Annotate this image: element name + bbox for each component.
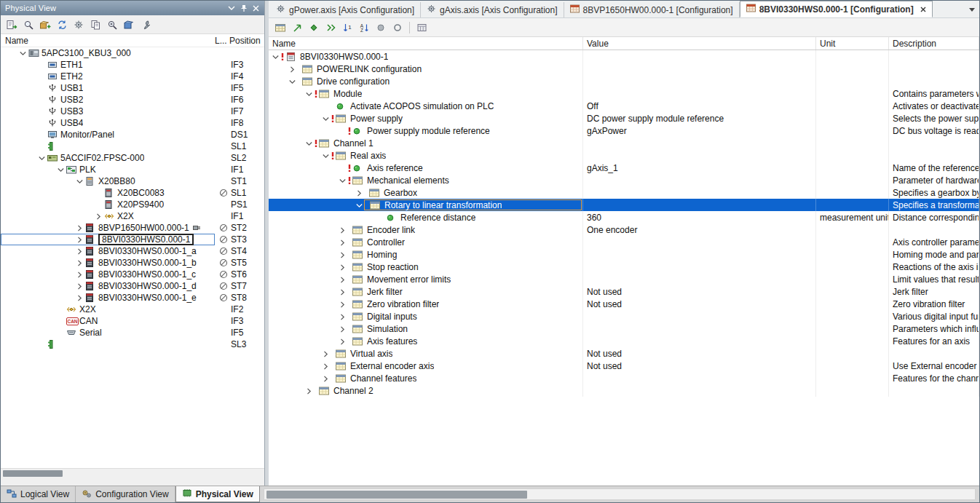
collapse-icon[interactable] xyxy=(337,174,347,186)
config-row[interactable]: ModuleContains parameters wh... xyxy=(269,87,979,100)
expand-icon[interactable] xyxy=(337,335,347,347)
config-row[interactable]: Mechanical elementsParameter of hardware… xyxy=(269,174,979,186)
value-cell[interactable]: DC power supply module reference xyxy=(583,112,816,124)
expand-icon[interactable] xyxy=(74,269,85,280)
window-menu-icon[interactable] xyxy=(225,3,237,14)
scrollbar-thumb[interactable] xyxy=(266,491,527,499)
expand-icon[interactable] xyxy=(74,234,85,245)
export-table-icon[interactable] xyxy=(414,20,429,35)
config-row[interactable]: Axis referencegAxis_1Name of the referen… xyxy=(269,162,979,174)
config-row[interactable]: Stop reactionReactions of the axis in ..… xyxy=(269,261,979,273)
editor-horizontal-scrollbar[interactable] xyxy=(264,488,976,500)
zoom-icon[interactable] xyxy=(105,17,119,32)
config-row[interactable]: Channel 2 xyxy=(269,384,979,397)
view-tab-logical-view[interactable]: Logical View xyxy=(1,486,76,502)
tools-icon[interactable] xyxy=(138,17,153,32)
config-row[interactable]: ControllerAxis controller paramete... xyxy=(269,236,979,248)
device-row[interactable]: PLKIF1 xyxy=(1,164,264,175)
replace-hardware-icon[interactable] xyxy=(55,17,69,32)
copy-icon[interactable] xyxy=(88,17,103,32)
add-hardware-icon[interactable] xyxy=(38,17,52,32)
config-row[interactable]: Real axis xyxy=(269,149,979,162)
sort-number-icon[interactable]: 1 xyxy=(340,20,355,35)
expand-icon[interactable] xyxy=(337,248,347,261)
config-row[interactable]: Encoder linkOne encoder xyxy=(269,223,979,236)
config-row[interactable]: Channel featuresFeatures for the channe.… xyxy=(269,372,979,384)
editor-tab[interactable]: 8BVI0330HWS0.000-1 [Configuration] xyxy=(740,1,933,17)
collapse-icon[interactable] xyxy=(304,137,314,149)
config-row[interactable]: Drive configuration xyxy=(269,75,979,87)
collapse-icon[interactable] xyxy=(17,47,28,59)
pin-icon[interactable] xyxy=(237,3,250,14)
device-row[interactable]: USB1IF5 xyxy=(1,82,264,94)
device-row[interactable]: USB2IF6 xyxy=(1,94,264,106)
config-row[interactable]: POWERLINK configuration xyxy=(269,63,979,75)
value-cell[interactable] xyxy=(583,273,816,285)
panel-titlebar[interactable]: Physical View xyxy=(1,1,264,15)
column-header-value[interactable]: Value xyxy=(583,37,816,49)
search-hardware-icon[interactable] xyxy=(21,17,36,32)
value-cell[interactable] xyxy=(583,322,816,335)
compare-icon[interactable] xyxy=(307,20,321,35)
settings-icon[interactable] xyxy=(71,17,86,32)
expand-icon[interactable] xyxy=(337,310,347,322)
column-header-unit[interactable]: Unit xyxy=(816,37,889,49)
device-row[interactable]: 8BVI0330HWS0.000-1_aST4 xyxy=(1,245,264,257)
value-cell[interactable] xyxy=(583,335,816,347)
value-cell[interactable] xyxy=(583,50,816,63)
device-row[interactable]: 8BVI0330HWS0.000-1_bST5 xyxy=(1,257,264,269)
expand-icon[interactable] xyxy=(320,347,331,360)
view-tab-physical-view[interactable]: Physical View xyxy=(175,486,260,502)
config-row[interactable]: 8BVI0330HWS0.000-1 xyxy=(269,50,979,63)
column-header-name[interactable]: Name xyxy=(269,37,583,49)
value-cell[interactable] xyxy=(583,310,816,322)
device-row[interactable]: 8BVP1650HW00.000-1ST2 xyxy=(1,222,264,234)
value-cell[interactable] xyxy=(583,137,816,149)
device-row[interactable]: SL3 xyxy=(1,338,264,350)
editor-tab[interactable]: 8BVP1650HW00.000-1 [Configuration] xyxy=(564,2,740,17)
refresh-icon[interactable] xyxy=(323,20,338,35)
expand-icon[interactable] xyxy=(337,223,347,236)
config-row[interactable]: HomingHoming mode and para... xyxy=(269,248,979,261)
config-row[interactable]: Movement error limitsLimit values that r… xyxy=(269,273,979,285)
close-icon[interactable] xyxy=(250,3,262,14)
config-row[interactable]: Virtual axisNot used xyxy=(269,347,979,360)
close-tab-icon[interactable] xyxy=(920,6,926,13)
device-row[interactable]: 5ACCIF02.FPSC-000SL2 xyxy=(1,152,264,164)
device-row[interactable]: 8BVI0330HWS0.000-1ST3 xyxy=(1,234,264,245)
value-cell[interactable] xyxy=(583,236,816,248)
value-cell[interactable]: Not used xyxy=(583,285,816,298)
value-cell[interactable] xyxy=(583,63,816,75)
collapse-icon[interactable] xyxy=(36,152,47,164)
expand-icon[interactable] xyxy=(337,273,347,285)
config-row[interactable]: Activate ACOPOS simulation on PLCOffActi… xyxy=(269,100,979,112)
view-tab-configuration-view[interactable]: Configuration View xyxy=(76,486,175,502)
value-cell[interactable] xyxy=(583,75,816,87)
value-cell[interactable]: Off xyxy=(583,100,816,112)
collapse-icon[interactable] xyxy=(304,87,314,100)
catalog-icon[interactable] xyxy=(122,17,136,32)
device-row[interactable]: ETH1IF3 xyxy=(1,59,264,71)
left-horizontal-scrollbar[interactable] xyxy=(1,468,264,478)
expand-icon[interactable] xyxy=(337,322,347,335)
config-row[interactable]: Channel 1 xyxy=(269,137,979,149)
device-row[interactable]: X20BB80ST1 xyxy=(1,175,264,187)
expand-icon[interactable] xyxy=(74,222,85,234)
config-row[interactable]: Reference distance360measurement unit...… xyxy=(269,211,979,223)
value-cell[interactable]: 360 xyxy=(583,211,816,223)
expand-icon[interactable] xyxy=(354,186,364,199)
expand-icon[interactable] xyxy=(92,210,104,222)
device-row[interactable]: USB4IF8 xyxy=(1,117,264,129)
sort-alpha-icon[interactable]: AZ xyxy=(357,20,371,35)
expand-icon[interactable] xyxy=(320,372,331,384)
device-row[interactable]: X20BC0083SL1 xyxy=(1,187,264,199)
tab-list-dropdown-icon[interactable] xyxy=(965,1,979,17)
value-cell[interactable]: Not used xyxy=(583,347,816,360)
device-row[interactable]: Monitor/PanelDS1 xyxy=(1,129,264,140)
columns-icon[interactable] xyxy=(273,20,288,35)
expand-icon[interactable] xyxy=(337,285,347,298)
collapse-icon[interactable] xyxy=(287,75,297,87)
config-row[interactable]: Jerk filterNot usedJerk filter xyxy=(269,285,979,298)
expand-icon[interactable] xyxy=(74,245,85,257)
collapse-icon[interactable] xyxy=(74,175,85,187)
